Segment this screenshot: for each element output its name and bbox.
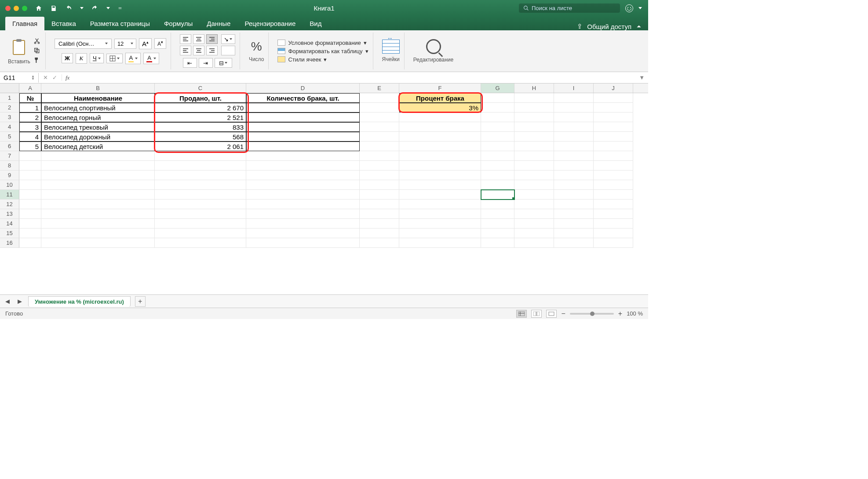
cell-I6[interactable] bbox=[554, 142, 594, 151]
row-header-7[interactable]: 7 bbox=[0, 151, 19, 161]
cell-J2[interactable] bbox=[594, 103, 633, 112]
underline-button[interactable]: Ч bbox=[90, 53, 104, 63]
align-center-button[interactable] bbox=[193, 46, 204, 55]
cell-H5[interactable] bbox=[514, 132, 554, 142]
cell-J6[interactable] bbox=[594, 142, 633, 151]
row-header-12[interactable]: 12 bbox=[0, 200, 19, 209]
cell-D3[interactable] bbox=[246, 112, 360, 122]
align-middle-button[interactable] bbox=[193, 34, 204, 44]
next-sheet-button[interactable]: ▶ bbox=[16, 298, 24, 305]
percent-icon[interactable]: % bbox=[251, 40, 262, 54]
cell-D2[interactable] bbox=[246, 103, 360, 112]
col-header-H[interactable]: H bbox=[514, 83, 554, 93]
cell-J3[interactable] bbox=[594, 112, 633, 122]
copy-icon[interactable] bbox=[33, 47, 41, 54]
cell-E2[interactable] bbox=[360, 103, 399, 112]
select-all-corner[interactable] bbox=[0, 83, 19, 93]
cell-A4[interactable]: 3 bbox=[19, 122, 41, 132]
undo-icon[interactable] bbox=[65, 5, 72, 12]
zoom-out-button[interactable]: − bbox=[561, 310, 565, 318]
row-header-9[interactable]: 9 bbox=[0, 171, 19, 180]
expand-formula-bar-icon[interactable]: ▼ bbox=[635, 74, 648, 81]
cell-C3[interactable]: 2 521 bbox=[155, 112, 246, 122]
row-header-14[interactable]: 14 bbox=[0, 219, 19, 229]
customize-toolbar-icon[interactable] bbox=[118, 5, 122, 12]
sheet-tab-active[interactable]: Умножение на % (microexcel.ru) bbox=[28, 296, 131, 307]
cut-icon[interactable] bbox=[33, 37, 41, 44]
paste-icon[interactable] bbox=[10, 37, 28, 57]
redo-dropdown-icon[interactable] bbox=[106, 7, 110, 9]
cell-G6[interactable] bbox=[481, 142, 514, 151]
cell-E5[interactable] bbox=[360, 132, 399, 142]
italic-button[interactable]: К bbox=[76, 53, 87, 64]
row-header-6[interactable]: 6 bbox=[0, 142, 19, 151]
cell-B2[interactable]: Велосипед спортивный bbox=[41, 103, 155, 112]
cell-F3[interactable] bbox=[399, 112, 481, 122]
col-header-D[interactable]: D bbox=[246, 83, 360, 93]
col-header-G[interactable]: G bbox=[481, 83, 514, 93]
maximize-window-button[interactable] bbox=[22, 6, 27, 11]
cell-G3[interactable] bbox=[481, 112, 514, 122]
fx-label[interactable]: fx bbox=[62, 74, 69, 81]
cell-H3[interactable] bbox=[514, 112, 554, 122]
cell-F6[interactable] bbox=[399, 142, 481, 151]
cell-F2[interactable]: 3% bbox=[399, 103, 481, 112]
row-header-11[interactable]: 11 bbox=[0, 190, 19, 200]
fill-color-button[interactable]: A bbox=[125, 53, 141, 64]
cell-H6[interactable] bbox=[514, 142, 554, 151]
prev-sheet-button[interactable]: ◀ bbox=[4, 298, 11, 305]
row-header-5[interactable]: 5 bbox=[0, 132, 19, 142]
spreadsheet-grid[interactable]: A B C D E F G H I J 1 № Наименование Про… bbox=[0, 83, 648, 294]
cell-styles-button[interactable]: Стили ячеек ▾ bbox=[277, 56, 368, 63]
cell-E3[interactable] bbox=[360, 112, 399, 122]
format-as-table-button[interactable]: Форматировать как таблицу ▾ bbox=[277, 48, 368, 54]
cell-C1[interactable]: Продано, шт. bbox=[155, 93, 246, 103]
cell-H4[interactable] bbox=[514, 122, 554, 132]
cancel-formula-icon[interactable]: ✕ bbox=[43, 74, 48, 81]
cell-B4[interactable]: Велосипед трековый bbox=[41, 122, 155, 132]
collapse-ribbon-icon[interactable] bbox=[636, 23, 642, 29]
cell-B3[interactable]: Велосипед горный bbox=[41, 112, 155, 122]
cell-I3[interactable] bbox=[554, 112, 594, 122]
cell-G11[interactable] bbox=[481, 190, 514, 200]
cell-G1[interactable] bbox=[481, 93, 514, 103]
save-icon[interactable] bbox=[50, 5, 57, 12]
cell-H2[interactable] bbox=[514, 103, 554, 112]
row-header-10[interactable]: 10 bbox=[0, 180, 19, 190]
cell-E6[interactable] bbox=[360, 142, 399, 151]
tab-formulas[interactable]: Формулы bbox=[157, 17, 200, 30]
home-icon[interactable] bbox=[35, 5, 42, 12]
row-header-4[interactable]: 4 bbox=[0, 122, 19, 132]
align-left-button[interactable] bbox=[180, 46, 191, 55]
tab-review[interactable]: Рецензирование bbox=[237, 17, 303, 30]
font-color-button[interactable]: A bbox=[143, 53, 159, 64]
cell-A3[interactable]: 2 bbox=[19, 112, 41, 122]
col-header-I[interactable]: I bbox=[554, 83, 594, 93]
cell-G4[interactable] bbox=[481, 122, 514, 132]
cell-B5[interactable]: Велосипед дорожный bbox=[41, 132, 155, 142]
zoom-in-button[interactable]: + bbox=[618, 310, 622, 318]
row-header-15[interactable]: 15 bbox=[0, 229, 19, 238]
close-window-button[interactable] bbox=[5, 6, 11, 11]
merge-cells-button[interactable]: ⊟ bbox=[215, 58, 232, 68]
cell-D6[interactable] bbox=[246, 142, 360, 151]
col-header-A[interactable]: A bbox=[19, 83, 41, 93]
row-header-3[interactable]: 3 bbox=[0, 112, 19, 122]
increase-indent-button[interactable]: ⇥ bbox=[199, 58, 213, 68]
cell-I5[interactable] bbox=[554, 132, 594, 142]
decrease-font-button[interactable]: A▾ bbox=[154, 38, 166, 49]
redo-icon[interactable] bbox=[91, 5, 98, 12]
cell-F5[interactable] bbox=[399, 132, 481, 142]
cell-E1[interactable] bbox=[360, 93, 399, 103]
cell-A5[interactable]: 4 bbox=[19, 132, 41, 142]
cells-icon[interactable] bbox=[382, 40, 400, 54]
align-bottom-button[interactable] bbox=[206, 34, 218, 44]
cell-F1[interactable]: Процент брака bbox=[399, 93, 481, 103]
undo-dropdown-icon[interactable] bbox=[80, 7, 84, 9]
cell-D5[interactable] bbox=[246, 132, 360, 142]
name-box[interactable]: G11▲▼ bbox=[0, 73, 39, 83]
cell-J5[interactable] bbox=[594, 132, 633, 142]
bold-button[interactable]: Ж bbox=[62, 53, 73, 63]
row-header-1[interactable]: 1 bbox=[0, 93, 19, 103]
cell-H1[interactable] bbox=[514, 93, 554, 103]
